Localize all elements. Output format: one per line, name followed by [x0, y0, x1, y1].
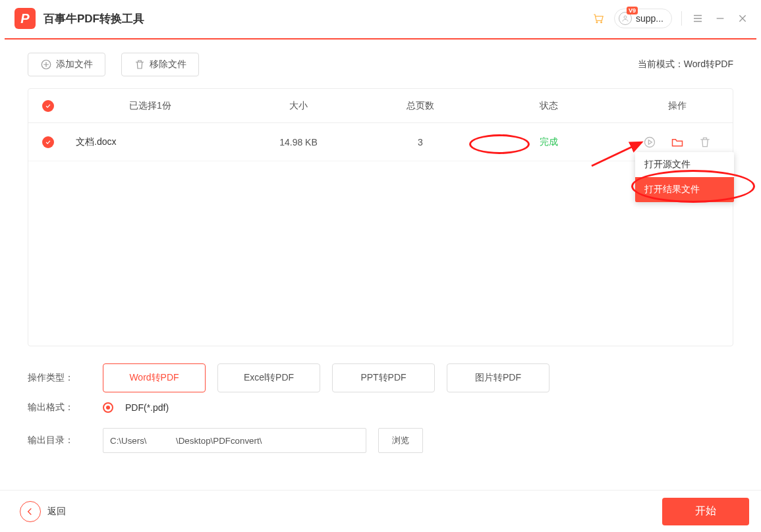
open-popover: 打开源文件 打开结果文件	[635, 152, 734, 202]
type-image-to-pdf[interactable]: 图片转PDF	[447, 363, 550, 392]
cart-icon[interactable]	[592, 12, 605, 25]
add-file-button[interactable]: 添加文件	[28, 53, 105, 76]
col-size: 大小	[233, 100, 364, 112]
svg-point-1	[601, 22, 602, 23]
svg-point-4	[644, 137, 654, 147]
browse-button[interactable]: 浏览	[378, 428, 423, 453]
row-size: 14.98 KB	[233, 137, 364, 147]
toolbar: 添加文件 移除文件 当前模式：Word转PDF	[0, 40, 761, 84]
trash-icon	[134, 59, 146, 70]
open-result-item[interactable]: 打开结果文件	[635, 177, 734, 202]
col-status: 状态	[476, 100, 621, 112]
dir-input[interactable]	[103, 428, 366, 453]
format-label: 输出格式：	[28, 402, 91, 413]
app-logo-letter: P	[20, 11, 29, 26]
mode-label: 当前模式：Word转PDF	[638, 59, 733, 70]
remove-file-button[interactable]: 移除文件	[121, 53, 199, 76]
delete-row-icon[interactable]	[698, 135, 712, 149]
col-actions: 操作	[621, 100, 733, 112]
app-logo-icon: P	[14, 8, 36, 29]
type-word-to-pdf[interactable]: Word转PDF	[103, 363, 206, 392]
minimize-icon[interactable]	[714, 12, 727, 25]
title-bar: P 百事牛PDF转换工具 V9 supp...	[0, 0, 761, 37]
close-icon[interactable]	[736, 12, 749, 25]
plus-circle-icon	[40, 59, 52, 70]
back-arrow-icon	[20, 501, 41, 522]
row-pages: 3	[364, 137, 476, 147]
row-actions: 打开源文件 打开结果文件	[621, 135, 733, 149]
remove-file-label: 移除文件	[150, 59, 186, 70]
type-row: 操作类型： Word转PDF Excel转PDF PPT转PDF 图片转PDF	[28, 363, 733, 392]
table-header: 已选择1份 大小 总页数 状态 操作	[28, 89, 733, 123]
type-ppt-to-pdf[interactable]: PPT转PDF	[332, 363, 435, 392]
back-label: 返回	[47, 506, 66, 518]
separator	[681, 11, 682, 26]
row-checkbox[interactable]	[42, 136, 54, 148]
play-icon[interactable]	[642, 135, 657, 149]
table-row: 文档.docx 14.98 KB 3 完成 打开源文件 打开结果文件	[28, 123, 733, 161]
dir-label: 输出目录：	[28, 435, 91, 446]
app-title: 百事牛PDF转换工具	[43, 11, 144, 26]
open-folder-icon[interactable]	[670, 135, 685, 149]
svg-point-0	[596, 22, 598, 23]
type-excel-to-pdf[interactable]: Excel转PDF	[217, 363, 320, 392]
col-selected: 已选择1份	[68, 100, 233, 112]
col-pages: 总页数	[364, 100, 476, 112]
dir-row: 输出目录： 浏览	[28, 428, 733, 453]
footer-bar: 返回 开始	[0, 490, 761, 532]
format-radio[interactable]	[103, 402, 113, 413]
row-filename: 文档.docx	[68, 136, 233, 148]
format-row: 输出格式： PDF(*.pdf)	[28, 402, 733, 413]
add-file-label: 添加文件	[56, 59, 93, 70]
row-status: 完成	[476, 136, 621, 148]
svg-point-2	[624, 16, 627, 18]
titlebar-right: V9 supp...	[592, 9, 749, 28]
account-name: supp...	[636, 13, 663, 24]
type-label: 操作类型：	[28, 372, 91, 384]
format-value: PDF(*.pdf)	[125, 402, 169, 413]
account-chip[interactable]: V9 supp...	[614, 9, 672, 28]
options-area: 操作类型： Word转PDF Excel转PDF PPT转PDF 图片转PDF …	[0, 346, 761, 469]
select-all-checkbox[interactable]	[42, 100, 54, 112]
start-button[interactable]: 开始	[662, 498, 749, 525]
file-table: 已选择1份 大小 总页数 状态 操作 文档.docx 14.98 KB 3 完成	[28, 88, 733, 346]
back-button[interactable]: 返回	[20, 501, 66, 522]
open-source-item[interactable]: 打开源文件	[635, 152, 734, 177]
menu-icon[interactable]	[691, 12, 704, 25]
vip-badge: V9	[627, 7, 638, 14]
